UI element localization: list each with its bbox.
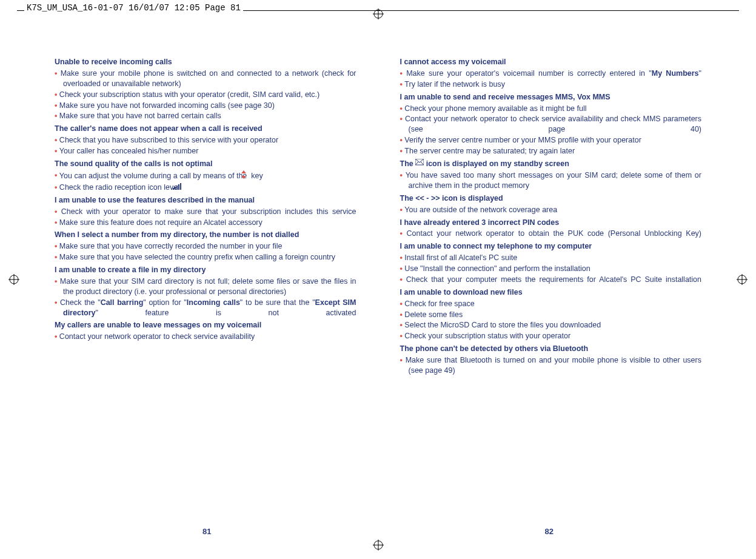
list-item: You are outside of the network coverage … [400,205,702,215]
registration-mark-top-icon [373,8,384,19]
svg-rect-14 [173,188,174,190]
section-title: I am unable to create a file in my direc… [55,265,356,275]
section-list: Make sure that your SIM card directory i… [55,276,356,318]
page-number-left: 81 [202,527,211,536]
section-title: The phone can't be detected by others vi… [400,344,702,354]
list-item: Select the MicroSD Card to store the fil… [400,320,702,330]
svg-marker-12 [241,170,246,173]
list-item: Make sure that you have not barred certa… [55,111,356,121]
list-item: Contact your network operator to check s… [400,114,702,135]
list-item: Check your phone memory available as it … [400,104,702,114]
section-list: Check for free spaceDelete some filesSel… [400,299,702,342]
list-item: Make sure that Bluetooth is turned on an… [400,355,702,376]
svg-rect-15 [175,187,176,190]
page-header-text: K7S_UM_USA_16-01-07 16/01/07 12:05 Page … [24,3,243,13]
section-list: Make sure that you have correctly record… [55,241,356,263]
section-title: I am unable to connect my telephone to m… [400,241,702,252]
section-title: I am unable to use the features describe… [55,195,356,206]
section-list: Check your phone memory available as it … [400,104,702,156]
section-list: Make sure that Bluetooth is turned on an… [400,355,702,376]
page-number-right: 82 [545,527,554,536]
list-item: Make sure your mobile phone is switched … [55,69,356,89]
right-column: I cannot access my voicemailMake sure yo… [400,55,702,378]
list-item: Check the radio reception icon level [55,182,356,193]
section-title: The icon is displayed on my standby scre… [400,159,702,169]
signal-bars-icon [181,182,182,193]
list-item: Check that your computer meets the requi… [400,275,702,285]
list-item: Make sure this feature does not require … [55,218,356,228]
section-title: I am unable to download new files [400,287,702,298]
svg-marker-13 [241,176,246,179]
section-title: I have already entered 3 incorrect PIN c… [400,218,702,228]
list-item: Check your subscription status with your… [400,331,702,341]
section-title: Unable to receive incoming calls [55,57,356,67]
list-item: Check for free space [400,299,702,309]
list-item: Check your subscription status with your… [55,90,356,100]
section-list: You are outside of the network coverage … [400,205,702,215]
svg-rect-18 [180,183,181,190]
list-item: The server centre may be saturated; try … [400,146,702,156]
list-item: Make sure you have not forwarded incomin… [55,101,356,111]
list-item: Verify the server centre number or your … [400,135,702,146]
section-title: When I select a number from my directory… [55,230,356,240]
section-list: Contact your network operator to check s… [55,332,356,342]
list-item: Make sure that your SIM card directory i… [55,276,356,297]
section-title: My callers are unable to leave messages … [55,320,356,330]
message-icon [415,159,424,169]
section-list: You can adjust the volume during a call … [55,170,356,193]
svg-rect-17 [178,184,179,190]
section-title: The caller's name does not appear when a… [55,124,356,134]
svg-rect-16 [176,186,178,190]
section-list: Check with your operator to make sure th… [55,207,356,228]
section-list: Install first of all Alcatel's PC suiteU… [400,253,702,285]
list-item: Make sure that you have selected the cou… [55,252,356,263]
section-list: Make sure your operator's voicemail numb… [400,69,702,90]
section-list: Check that you have subscribed to this s… [55,135,356,156]
list-item: Make sure that you have correctly record… [55,241,356,252]
content-columns: Unable to receive incoming callsMake sur… [55,55,701,378]
section-list: You have saved too many short messages o… [400,170,702,191]
section-title: I cannot access my voicemail [400,57,702,67]
list-item: Install first of all Alcatel's PC suite [400,253,702,263]
list-item: Check with your operator to make sure th… [55,207,356,217]
list-item: Make sure your operator's voicemail numb… [400,69,702,79]
svg-line-23 [421,162,424,165]
registration-mark-left-icon [8,274,19,285]
section-title: The << - >> icon is displayed [400,193,702,204]
svg-line-21 [420,159,424,162]
left-column: Unable to receive incoming callsMake sur… [55,55,356,378]
section-list: Contact your network operator to obtain … [400,229,702,239]
list-item: You have saved too many short messages o… [400,170,702,191]
list-item: Check that you have subscribed to this s… [55,135,356,146]
svg-line-20 [415,159,420,162]
registration-mark-bottom-icon [373,540,384,551]
section-title: I am unable to send and receive messages… [400,92,702,102]
list-item: Contact your network operator to check s… [55,332,356,342]
section-list: Make sure your mobile phone is switched … [55,69,356,121]
list-item: Use "Install the connection" and perform… [400,264,702,274]
list-item: Try later if the network is busy [400,79,702,90]
registration-mark-right-icon [737,274,748,285]
list-item: Contact your network operator to obtain … [400,229,702,239]
list-item: Check the "Call barring" option for "Inc… [55,298,356,318]
list-item: Your caller has concealed his/her number [55,146,356,156]
list-item: You can adjust the volume during a call … [55,170,356,182]
list-item: Delete some files [400,310,702,320]
svg-line-22 [415,162,418,165]
section-title: The sound quality of the calls is not op… [55,159,356,169]
